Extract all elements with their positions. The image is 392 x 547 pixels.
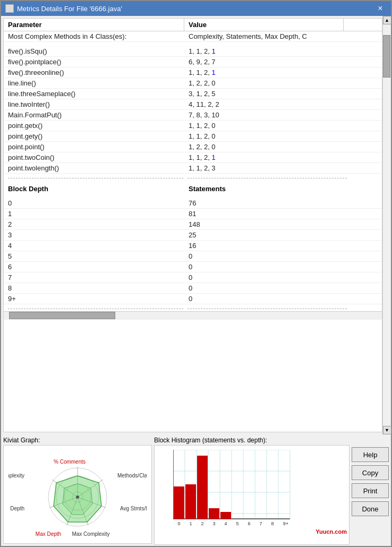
method-name: point.twoCoin() <box>4 152 184 163</box>
table-row: 9+ 0 <box>4 294 382 304</box>
header-value: Value <box>184 19 344 31</box>
kiviat-graph: % Comments Methods/Class Avg Stmts/Metho… <box>8 447 147 542</box>
depth-val: 7 <box>4 272 184 283</box>
depth-val: 8 <box>4 283 184 293</box>
table-row: 1 81 <box>4 209 382 219</box>
done-button[interactable]: Done <box>352 501 389 516</box>
h-scroll-thumb[interactable] <box>9 312 115 319</box>
help-button[interactable]: Help <box>352 447 389 462</box>
method-name: five().threeonline() <box>4 67 184 78</box>
copy-button[interactable]: Copy <box>352 465 389 480</box>
depth-val: 1 <box>4 209 184 219</box>
table-row: five().threeonline() 1, 1, 2, 1 <box>4 67 382 78</box>
method-value: 1, 1, 2, 1 <box>184 67 344 78</box>
stmts-val: 0 <box>184 272 344 283</box>
print-button[interactable]: Print <box>352 483 389 498</box>
method-value: 4, 11, 2, 2 <box>184 99 344 109</box>
block-depth-header: Block Depth <box>4 181 184 194</box>
table-row: 6 0 <box>4 262 382 272</box>
method-value: 1, 1, 2, 1 <box>184 152 344 163</box>
table-row: 4 16 <box>4 241 382 251</box>
histogram-section: Block Histogram (statements vs. depth): <box>154 437 350 544</box>
vertical-scrollbar[interactable]: ▲ ▼ <box>382 16 391 434</box>
svg-text:4: 4 <box>224 521 227 526</box>
method-value: 7, 8, 3, 10 <box>184 110 344 120</box>
method-value: 1, 1, 2, 1 <box>184 46 344 56</box>
method-value: 1, 1, 2, 3 <box>184 163 344 173</box>
stmts-val: 76 <box>184 198 344 208</box>
buttons-section: Help Copy Print Done <box>352 437 389 544</box>
hist-bar-3 <box>209 508 219 519</box>
data-table-panel[interactable]: Parameter Value Most Complex Methods in … <box>3 18 382 432</box>
table-row: line.threeSameplace() 3, 1, 2, 5 <box>4 89 382 99</box>
method-value: 3, 1, 2, 5 <box>184 89 344 99</box>
stmts-val: 0 <box>184 251 344 261</box>
hist-bar-0 <box>174 486 184 519</box>
method-name: five().pointplace() <box>4 57 184 67</box>
kiviat-label-avgcomplexity: Avg Complexity <box>8 473 24 478</box>
stmts-val: 0 <box>184 262 344 272</box>
title-bar: Metrics Details For File '6666.java' × <box>1 1 391 16</box>
data-table: Parameter Value Most Complex Methods in … <box>4 19 382 320</box>
kiviat-label-avgdepth: Avg Depth <box>8 506 24 511</box>
svg-text:5: 5 <box>236 521 238 526</box>
table-row: 3 25 <box>4 230 382 241</box>
scroll-down-arrow[interactable]: ▼ <box>383 426 391 434</box>
hist-bar-1 <box>185 484 196 519</box>
window-title: Metrics Details For File '6666.java' <box>17 5 122 13</box>
watermark: Yuucn.com <box>316 528 347 535</box>
kiviat-label-maxdepth: Max Depth <box>36 531 61 537</box>
kiviat-label-maxcomplexity: Max Complexity <box>72 531 109 537</box>
complex-methods-value: Complexity, Statements, Max Depth, C <box>184 31 344 41</box>
stmts-val: 148 <box>184 219 344 229</box>
stmts-val: 16 <box>184 241 344 251</box>
svg-text:2: 2 <box>201 521 203 526</box>
method-name: Main.FormatPut() <box>4 110 184 120</box>
method-name: line.line() <box>4 78 184 88</box>
table-row: 7 0 <box>4 272 382 283</box>
depth-val: 6 <box>4 262 184 272</box>
method-value: 1, 2, 2, 0 <box>184 78 344 88</box>
table-row: point.twoCoin() 1, 1, 2, 1 <box>4 152 382 163</box>
svg-text:6: 6 <box>248 521 250 526</box>
table-row: five().isSqu() 1, 1, 2, 1 <box>4 46 382 57</box>
method-name: point.gety() <box>4 131 184 141</box>
stmts-val: 0 <box>184 294 344 304</box>
histogram-label: Block Histogram (statements vs. depth): <box>154 437 350 444</box>
scroll-up-arrow[interactable]: ▲ <box>383 16 391 24</box>
table-row: line.line() 1, 2, 2, 0 <box>4 78 382 89</box>
horizontal-scrollbar[interactable] <box>4 311 382 320</box>
section-header-row: Block Depth Statements <box>4 181 382 194</box>
depth-val: 9+ <box>4 294 184 304</box>
title-bar-left: Metrics Details For File '6666.java' <box>5 4 122 13</box>
svg-text:1: 1 <box>189 521 192 526</box>
svg-text:7: 7 <box>259 521 262 526</box>
stmts-val: 81 <box>184 209 344 219</box>
kiviat-label: Kiviat Graph: <box>3 437 152 444</box>
statements-header: Statements <box>184 181 344 194</box>
close-button[interactable]: × <box>374 2 387 15</box>
kiviat-container: % Comments Methods/Class Avg Stmts/Metho… <box>3 445 152 544</box>
table-row: point.twolength() 1, 1, 2, 3 <box>4 163 382 174</box>
stmts-val: 0 <box>184 283 344 293</box>
v-scroll-thumb[interactable] <box>383 35 390 78</box>
svg-point-13 <box>76 495 79 499</box>
complex-methods-row: Most Complex Methods in 4 Class(es): Com… <box>4 31 382 42</box>
histogram-graph: 0 50 100 150 0 1 2 3 4 5 6 7 8 9+ <box>173 450 295 532</box>
kiviat-label-avgstmts: Avg Stmts/Method <box>120 506 147 511</box>
kiviat-label-comments: % Comments <box>54 459 86 465</box>
depth-val: 3 <box>4 230 184 240</box>
hist-bar-2 <box>197 456 208 519</box>
depth-val: 2 <box>4 219 184 229</box>
svg-text:9+: 9+ <box>283 521 288 526</box>
table-row: 0 76 <box>4 198 382 209</box>
histogram-container: 0 50 100 150 0 1 2 3 4 5 6 7 8 9+ <box>154 445 350 545</box>
method-name: line.threeSameplace() <box>4 89 184 99</box>
depth-val: 5 <box>4 251 184 261</box>
table-row: Main.FormatPut() 7, 8, 3, 10 <box>4 110 382 121</box>
method-name: point.getx() <box>4 121 184 131</box>
table-row: five().pointplace() 6, 9, 2, 7 <box>4 57 382 67</box>
table-row: 2 148 <box>4 219 382 230</box>
table-row: 8 0 <box>4 283 382 294</box>
main-window: Metrics Details For File '6666.java' × P… <box>0 0 392 547</box>
